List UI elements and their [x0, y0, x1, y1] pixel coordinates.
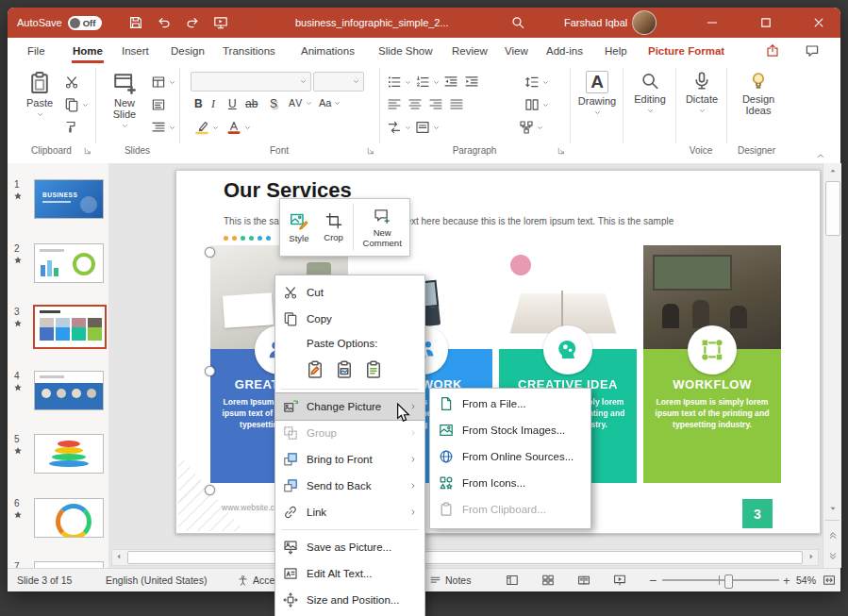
- text-direction-button[interactable]: [387, 120, 412, 135]
- line-spacing-button[interactable]: [524, 75, 550, 90]
- tab-view[interactable]: View: [502, 38, 531, 63]
- selection-handle[interactable]: [205, 366, 215, 376]
- format-painter-button[interactable]: [64, 120, 79, 135]
- submenu-item-from-icons[interactable]: From Icons...: [430, 470, 590, 496]
- zoom-slider[interactable]: [662, 569, 779, 591]
- slide-thumbnail-4[interactable]: [34, 371, 104, 410]
- paragraph-dialog-launcher[interactable]: [557, 146, 566, 156]
- next-slide-button[interactable]: [824, 546, 840, 566]
- tab-add-ins[interactable]: Add-ins: [543, 38, 586, 63]
- save-button[interactable]: [128, 8, 143, 38]
- text-shadow-button[interactable]: S: [270, 97, 277, 110]
- bullets-button[interactable]: [387, 75, 412, 90]
- zoom-out-button[interactable]: −: [649, 569, 657, 591]
- zoom-percentage[interactable]: 54%: [796, 569, 816, 591]
- submenu-item-from-stock-images[interactable]: From Stock Images...: [430, 417, 590, 443]
- convert-smartart-button[interactable]: [519, 120, 544, 135]
- view-reading-button[interactable]: [577, 569, 590, 591]
- autosave-toggle[interactable]: AutoSave Off: [17, 8, 102, 38]
- cut-button[interactable]: [64, 75, 79, 90]
- submenu-item-from-online-sources[interactable]: From Online Sources...: [430, 443, 590, 470]
- redo-button[interactable]: [185, 8, 200, 38]
- notes-button[interactable]: Notes: [429, 569, 471, 591]
- design-ideas-button[interactable]: Design Ideas: [732, 71, 785, 116]
- qat-customize-button[interactable]: [241, 8, 250, 38]
- character-spacing-button[interactable]: AV: [289, 97, 313, 108]
- view-slideshow-button[interactable]: [613, 569, 626, 591]
- close-button[interactable]: [797, 8, 840, 38]
- menu-item-link[interactable]: Link: [275, 499, 424, 525]
- vertical-scroll-thumb[interactable]: [825, 181, 840, 236]
- slide-thumbnail-1[interactable]: BUSINESS: [34, 179, 104, 219]
- horizontal-scroll-thumb[interactable]: [127, 551, 803, 564]
- align-center-button[interactable]: [407, 97, 423, 112]
- tab-transitions[interactable]: Transitions: [220, 38, 278, 63]
- scroll-left-button[interactable]: [112, 550, 125, 563]
- collapse-ribbon-button[interactable]: [815, 150, 826, 161]
- columns-button[interactable]: [524, 97, 550, 112]
- align-left-button[interactable]: [387, 97, 402, 112]
- slide-thumbnail-5[interactable]: [34, 434, 104, 474]
- decrease-indent-button[interactable]: [443, 75, 458, 90]
- scroll-right-button[interactable]: [805, 550, 818, 563]
- paste-option-keep-source-button[interactable]: [362, 358, 385, 381]
- align-right-button[interactable]: [428, 97, 443, 112]
- reset-slide-button[interactable]: [151, 97, 166, 112]
- new-slide-button[interactable]: New Slide: [102, 71, 147, 130]
- style-button[interactable]: Style: [282, 201, 316, 254]
- clipboard-dialog-launcher[interactable]: [83, 146, 92, 156]
- slide-counter[interactable]: Slide 3 of 15: [17, 569, 72, 591]
- font-size-combo[interactable]: [313, 72, 364, 92]
- menu-item-save-as-picture[interactable]: Save as Picture...: [275, 534, 424, 560]
- slide-thumbnail-6[interactable]: [34, 498, 104, 538]
- change-case-button[interactable]: Aa: [319, 97, 341, 108]
- previous-slide-button[interactable]: [824, 524, 840, 544]
- highlight-color-button[interactable]: [194, 120, 220, 135]
- tab-file[interactable]: File: [25, 38, 48, 63]
- align-text-button[interactable]: [415, 120, 441, 135]
- bold-button[interactable]: B: [194, 97, 203, 110]
- menu-item-size-and-position[interactable]: Size and Position...: [275, 587, 424, 613]
- tab-animations[interactable]: Animations: [298, 38, 357, 63]
- menu-item-bring-to-front[interactable]: Bring to Front: [275, 446, 424, 473]
- menu-item-copy[interactable]: Copy: [275, 306, 424, 332]
- scroll-down-button[interactable]: [824, 501, 840, 516]
- dictate-button[interactable]: Dictate: [681, 71, 723, 115]
- section-button[interactable]: [151, 120, 176, 135]
- tab-design[interactable]: Design: [168, 38, 208, 63]
- minimize-button[interactable]: [690, 8, 734, 38]
- drawing-button[interactable]: A Drawing: [575, 71, 619, 117]
- paste-button[interactable]: Paste: [19, 71, 60, 119]
- selection-handle[interactable]: [205, 485, 215, 495]
- new-comment-button[interactable]: New Comment: [357, 201, 407, 254]
- numbering-button[interactable]: [415, 75, 441, 90]
- italic-button[interactable]: I: [211, 97, 215, 111]
- justify-button[interactable]: [449, 97, 464, 112]
- editing-button[interactable]: Editing: [628, 71, 672, 115]
- selection-handle[interactable]: [205, 247, 215, 258]
- increase-indent-button[interactable]: [464, 75, 479, 90]
- view-slide-sorter-button[interactable]: [541, 569, 555, 591]
- tab-slide-show[interactable]: Slide Show: [375, 38, 436, 63]
- fit-slide-button[interactable]: [823, 569, 836, 591]
- language-indicator[interactable]: English (United States): [106, 569, 207, 591]
- strikethrough-button[interactable]: ab: [245, 97, 258, 110]
- horizontal-scrollbar[interactable]: [111, 549, 819, 566]
- menu-item-cut[interactable]: Cut: [275, 279, 424, 306]
- copy-button[interactable]: [64, 97, 90, 112]
- tab-insert[interactable]: Insert: [119, 38, 152, 63]
- menu-item-send-to-back[interactable]: Send to Back: [275, 473, 424, 499]
- vertical-scrollbar[interactable]: [823, 163, 841, 568]
- slide-thumbnail-2[interactable]: [34, 243, 104, 283]
- user-account[interactable]: [632, 8, 657, 38]
- undo-button[interactable]: [157, 8, 172, 38]
- font-color-button[interactable]: [226, 120, 252, 135]
- paste-option-picture-button[interactable]: [333, 358, 356, 381]
- menu-item-edit-alt-text[interactable]: Edit Alt Text...: [275, 560, 424, 587]
- tab-review[interactable]: Review: [449, 38, 491, 63]
- paste-option-theme-button[interactable]: [304, 358, 326, 381]
- comments-button[interactable]: [802, 38, 823, 63]
- slide-layout-button[interactable]: [151, 75, 176, 90]
- search-button[interactable]: [510, 8, 525, 38]
- share-button[interactable]: [762, 38, 783, 63]
